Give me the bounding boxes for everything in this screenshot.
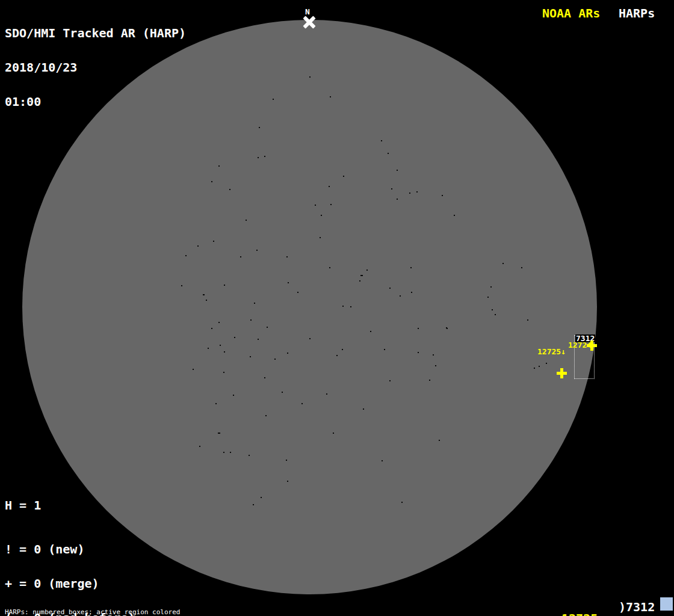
sunspot-speck [411,292,412,293]
legend-line-merge: + = 0 (merge) [5,578,143,590]
sunspot-speck [333,433,334,434]
sunspot-speck [401,502,403,503]
sunspot-speck [258,157,259,158]
plot-time: 01:00 [5,96,186,108]
sunspot-speck [223,372,224,373]
noaa-ar-label-12724: 12724 [568,341,592,349]
sunspot-speck [391,188,392,189]
sunspot-speck [502,263,504,264]
sunspot-speck [410,267,412,268]
sunspot-speck [250,356,251,357]
sunspot-speck [234,337,235,338]
legend-harps-label: HARPs [619,6,655,20]
sunspot-speck [521,267,522,268]
sunspot-speck [492,309,493,310]
sunspot-speck [301,403,303,404]
north-pole-x-icon [302,15,317,29]
sunspot-speck [250,319,252,321]
sunspot-speck [418,328,419,329]
sunspot-speck [274,359,276,360]
legend-noaa-ars-label: NOAA ARs [542,6,600,20]
sunspot-speck [534,368,535,369]
sunspot-speck [286,460,287,461]
sunspot-speck [233,395,234,396]
sunspot-speck [400,295,401,297]
legend-line-new: ! = 0 (new) [5,544,143,555]
sunspot-speck [267,327,268,328]
sunspot-speck [287,353,288,354]
sunspot-speck [309,76,311,78]
sunspot-speck [215,403,217,404]
sunspot-speck [254,303,255,304]
sunspot-speck [249,455,250,456]
summary-noaa-ids: 12725 12724 [561,587,598,616]
sunspot-speck [397,199,398,200]
sunspot-speck [282,392,283,393]
sunspot-speck [342,349,343,350]
sunspot-speck [211,328,212,329]
sunspot-speck [246,220,247,221]
sunspot-speck [264,156,265,157]
sunspot-speck [359,280,360,282]
sunspot-speck [229,189,230,190]
sunspot-speck [388,153,389,154]
sunspot-speck [309,338,311,339]
sunspot-speck [265,415,267,416]
sunspot-speck [382,460,383,461]
sunspot-speck [397,170,398,171]
plot-title-block: SDO/HMI Tracked AR (HARP) 2018/10/23 01:… [5,5,186,131]
sunspot-speck [416,191,418,192]
sunspot-speck [230,452,231,453]
sunspot-speck [343,176,344,177]
sunspot-speck [363,408,364,410]
summary-noaa-id-12725: 12725 [561,612,598,616]
sunspot-speck [326,393,327,395]
sunspot-speck [213,241,214,242]
sunspot-speck [288,282,289,283]
sunspot-speck [389,380,391,381]
sunspot-speck [197,245,199,247]
sunspot-speck [329,186,330,187]
sunspot-speck [527,319,528,321]
sunspot-speck [286,256,288,257]
sunspot-speck [320,237,321,238]
sunspot-speck [211,181,212,182]
sunspot-speck [218,322,220,323]
sunspot-speck [206,300,207,301]
sunspot-speck [218,433,220,434]
sunspot-speck [490,286,492,288]
noaa-ar-cross-12725 [557,368,567,378]
sunspot-speck [384,349,385,350]
sunspot-speck [259,127,260,128]
sunspot-speck [315,205,316,206]
plot-date: 2018/10/23 [5,62,186,73]
sunspot-speck [297,292,298,293]
sunspot-speck [330,204,332,205]
sunspot-speck [350,306,351,307]
sunspot-speck [193,369,194,370]
sunspot-speck [199,446,200,447]
sunspot-speck [546,363,547,364]
sunspot-speck [218,165,220,167]
sunspot-speck [224,351,225,353]
sunspot-speck [370,331,371,332]
sunspot-speck [240,256,241,257]
harp-count-line: H = 1 [5,498,41,513]
sunspot-speck [253,504,254,505]
sunspot-speck [360,275,363,276]
footnote-harps: HARPs: numbered boxes; active region col… [5,609,236,616]
sunspot-speck [439,440,440,441]
harp-color-swatch [660,597,673,611]
sunspot-speck [273,99,274,100]
sunspot-speck [366,270,368,271]
sunspot-speck [433,354,434,356]
sunspot-speck [447,328,448,329]
sunspot-speck [336,355,338,356]
sunspot-speck [389,288,391,289]
sunspot-speck [256,250,258,251]
sunspot-speck [223,452,224,453]
sunspot-speck [181,285,182,286]
sunspot-speck [429,380,430,381]
sunspot-speck [487,297,489,298]
summary-harp-id: )7312 [619,600,655,614]
